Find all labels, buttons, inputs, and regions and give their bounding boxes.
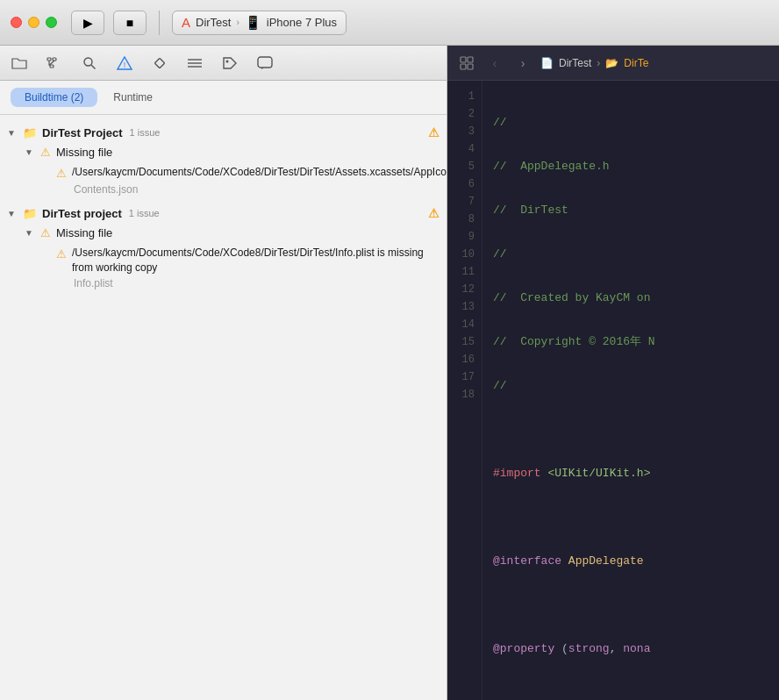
minimize-button[interactable] (28, 17, 39, 28)
line-num-17: 17 (447, 368, 482, 386)
svg-point-13 (226, 60, 229, 62)
svg-rect-2 (50, 65, 54, 68)
line-num-5: 5 (447, 158, 482, 175)
issue-count-1: 1 issue (130, 127, 161, 138)
warning-filter-icon[interactable]: ! (112, 51, 137, 75)
tab-buildtime[interactable]: Buildtime (2) (11, 88, 97, 107)
code-line-8 (493, 421, 768, 439)
svg-rect-17 (461, 64, 466, 69)
svg-point-5 (84, 58, 92, 66)
list-icon[interactable] (182, 51, 207, 75)
navigator-toolbar: ! (0, 46, 447, 81)
svg-line-6 (91, 65, 96, 69)
issue-path-1: ⚠ /Users/kaycm/Documents/Code/XCode8/Dir… (56, 165, 440, 182)
chevron-down-icon: ▼ (7, 209, 18, 218)
sub-header-1[interactable]: ▼ ⚠ Missing file (18, 143, 447, 161)
group-name-2: DirTest project (42, 207, 122, 220)
code-line-5: // Created by KayCM on (493, 289, 768, 307)
svg-text:!: ! (124, 61, 126, 69)
fullscreen-button[interactable] (46, 17, 57, 28)
group-header-2[interactable]: ▼ 📁 DirTest project 1 issue ⚠ (0, 203, 447, 224)
chevron-down-icon: ▼ (25, 228, 35, 238)
breadcrumb-folder: DirTe (624, 57, 648, 69)
tag-icon[interactable] (218, 51, 242, 75)
chevron-down-icon: ▼ (25, 147, 35, 157)
line-num-18: 18 (447, 386, 482, 404)
svg-rect-9 (154, 58, 164, 68)
line-numbers: 1 2 3 4 5 6 7 8 9 10 11 12 13 14 15 16 1… (447, 81, 482, 700)
code-line-1: // (493, 114, 768, 132)
search-icon[interactable] (77, 51, 102, 75)
line-num-8: 8 (447, 211, 482, 228)
line-num-11: 11 (447, 263, 482, 281)
line-num-13: 13 (447, 298, 482, 316)
issue-item-1[interactable]: ⚠ /Users/kaycm/Documents/Code/XCode8/Dir… (18, 161, 447, 199)
device-name: iPhone 7 Plus (267, 16, 337, 29)
line-num-1: 1 (447, 88, 482, 105)
code-line-10 (493, 509, 768, 526)
warning-icon-2: ⚠ (40, 226, 51, 239)
issues-list: ▼ 📁 DirTest Project 1 issue ⚠ ▼ ⚠ Missin… (0, 115, 447, 700)
issue-path-2: ⚠ /Users/kaycm/Documents/Code/XCode8/Dir… (56, 246, 440, 275)
sub-header-2[interactable]: ▼ ⚠ Missing file (18, 224, 447, 242)
nav-back-icon[interactable]: ‹ (484, 53, 505, 74)
issue-path-text-1: /Users/kaycm/Documents/Code/XCode8/DirTe… (72, 165, 447, 182)
device-icon: 📱 (245, 15, 261, 31)
breadcrumb: 📄 DirTest › 📂 DirTe (540, 57, 648, 69)
line-num-10: 10 (447, 246, 482, 263)
diamond-icon[interactable] (147, 51, 172, 75)
issue-path-text-2: /Users/kaycm/Documents/Code/XCode8/DirTe… (72, 246, 440, 275)
issue-filename-1: Contents.json (56, 183, 440, 196)
svg-rect-0 (47, 58, 51, 61)
play-icon: ▶ (83, 16, 93, 30)
main-content: ! Buildtime (2) Runtime (0, 46, 779, 700)
line-num-16: 16 (447, 351, 482, 368)
line-num-9: 9 (447, 228, 482, 246)
editor-toolbar: ‹ › 📄 DirTest › 📂 DirTe (447, 46, 779, 81)
nav-grid-icon[interactable] (456, 53, 477, 74)
separator (159, 11, 160, 35)
code-line-3: // DirTest (493, 202, 768, 219)
line-num-14: 14 (447, 316, 482, 333)
group-name-1: DirTest Project (42, 126, 123, 139)
code-line-2: // AppDelegate.h (493, 158, 768, 175)
sub-group-1: ▼ ⚠ Missing file ⚠ /Users/kaycm/Document… (0, 143, 447, 199)
stop-icon: ■ (126, 16, 133, 30)
warning-path-icon-1: ⚠ (56, 166, 67, 182)
svg-rect-16 (468, 57, 473, 62)
filter-tabs: Buildtime (2) Runtime (0, 81, 447, 115)
warning-path-icon-2: ⚠ (56, 246, 67, 275)
code-line-9: #import <UIKit/UIKit.h> (493, 465, 768, 482)
chat-icon[interactable] (253, 51, 277, 75)
traffic-lights (11, 17, 57, 28)
line-num-6: 6 (447, 175, 482, 193)
nav-forward-icon[interactable]: › (512, 53, 533, 74)
line-num-7: 7 (447, 193, 482, 211)
project-icon-1: 📁 (23, 126, 37, 139)
code-line-4: // (493, 246, 768, 263)
run-button[interactable]: ▶ (71, 11, 104, 35)
code-line-12 (493, 596, 768, 614)
svg-rect-14 (258, 57, 272, 68)
tab-runtime[interactable]: Runtime (99, 88, 167, 107)
sub-name-2: Missing file (56, 226, 112, 239)
line-num-15: 15 (447, 333, 482, 351)
line-num-4: 4 (447, 140, 482, 158)
breadcrumb-project: DirTest (559, 57, 591, 69)
line-num-12: 12 (447, 281, 482, 298)
code-line-7: // (493, 377, 768, 395)
hierarchy-icon[interactable] (42, 51, 67, 75)
group-header-1[interactable]: ▼ 📁 DirTest Project 1 issue ⚠ (0, 122, 447, 143)
folder-icon[interactable] (7, 51, 32, 75)
code-content[interactable]: // // AppDelegate.h // DirTest // // Cre… (482, 81, 779, 700)
scheme-selector[interactable]: A DirTest › 📱 iPhone 7 Plus (172, 11, 347, 35)
svg-rect-18 (468, 64, 473, 69)
scheme-icon: A (182, 15, 190, 30)
warning-badge-2: ⚠ (428, 206, 440, 220)
close-button[interactable] (11, 17, 22, 28)
breadcrumb-folder-icon: 📂 (605, 57, 618, 69)
code-area: 1 2 3 4 5 6 7 8 9 10 11 12 13 14 15 16 1… (447, 81, 779, 700)
code-line-11: @interface AppDelegate (493, 553, 768, 570)
issue-item-2[interactable]: ⚠ /Users/kaycm/Documents/Code/XCode8/Dir… (18, 242, 447, 293)
stop-button[interactable]: ■ (113, 11, 147, 35)
